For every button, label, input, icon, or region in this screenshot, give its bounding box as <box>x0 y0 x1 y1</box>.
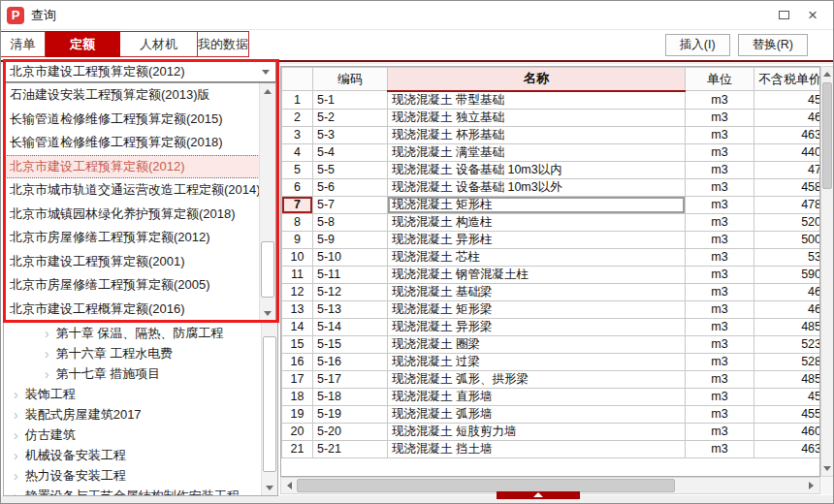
cell-unit[interactable]: m3 <box>686 196 754 213</box>
cell-price[interactable]: 500 <box>754 231 821 248</box>
scroll-down-button[interactable] <box>262 480 277 495</box>
cell-unit[interactable]: m3 <box>686 423 754 440</box>
header-unit[interactable]: 单位 <box>686 68 754 91</box>
cell-price[interactable]: 46 <box>754 283 821 300</box>
cell-rownum[interactable]: 1 <box>282 91 313 110</box>
cell-name[interactable]: 现浇混凝土 异形梁 <box>388 318 686 335</box>
table-row[interactable]: 19 5-19 现浇混凝土 弧形墙 m3 455 <box>282 405 821 423</box>
cell-rownum[interactable]: 19 <box>282 405 313 423</box>
cell-price[interactable]: 53 <box>754 248 821 266</box>
cell-unit[interactable]: m3 <box>686 143 754 161</box>
cell-unit[interactable]: m3 <box>686 318 754 335</box>
table-row[interactable]: 13 5-13 现浇混凝土 矩形梁 m3 46 <box>282 300 821 318</box>
close-button[interactable]: × <box>798 4 827 27</box>
cell-rownum[interactable]: 13 <box>282 300 313 318</box>
header-name[interactable]: 名称 <box>388 68 686 91</box>
cell-name[interactable]: 现浇混凝土 挡土墙 <box>388 440 686 457</box>
cell-name[interactable]: 现浇混凝土 弧形墙 <box>388 405 686 423</box>
cell-price[interactable]: 485 <box>754 370 821 388</box>
maximize-button[interactable] <box>769 4 798 27</box>
cell-price[interactable]: 463 <box>754 126 821 143</box>
cell-name[interactable]: 现浇混凝土 设备基础 10m3以内 <box>388 161 686 178</box>
chevron-down-icon[interactable] <box>257 64 273 79</box>
cell-price[interactable]: 528 <box>754 353 821 370</box>
scroll-down-button[interactable] <box>260 305 275 321</box>
cell-price[interactable]: 460 <box>754 423 821 440</box>
cell-code[interactable]: 5-13 <box>313 300 388 318</box>
cell-name[interactable]: 现浇混凝土 设备基础 10m3以外 <box>388 178 686 196</box>
cell-code[interactable]: 5-5 <box>313 161 388 178</box>
cell-unit[interactable]: m3 <box>686 126 754 143</box>
insert-button[interactable]: 插入(I) <box>665 34 730 56</box>
table-row[interactable]: 18 5-18 现浇混凝土 直形墙 m3 45 <box>282 388 821 405</box>
cell-price[interactable]: 45 <box>754 91 821 110</box>
tree-item[interactable]: › 装饰工程 <box>4 384 277 404</box>
cell-name[interactable]: 现浇混凝土 杯形基础 <box>388 126 686 143</box>
cell-name[interactable]: 现浇混凝土 钢管混凝土柱 <box>388 266 686 283</box>
table-row[interactable]: 5 5-5 现浇混凝土 设备基础 10m3以内 m3 47 <box>282 161 821 178</box>
cell-unit[interactable]: m3 <box>686 91 754 110</box>
cell-rownum[interactable]: 15 <box>282 335 313 353</box>
cell-code[interactable]: 5-4 <box>313 143 388 161</box>
cell-name[interactable]: 现浇混凝土 过梁 <box>388 353 686 370</box>
dropdown-scrollbar[interactable] <box>259 83 275 321</box>
cell-rownum[interactable]: 3 <box>282 126 313 143</box>
quota-option[interactable]: 北京市房屋修缮工程预算定额(2005) <box>5 273 275 298</box>
cell-name[interactable]: 现浇混凝土 满堂基础 <box>388 143 686 161</box>
cell-unit[interactable]: m3 <box>686 335 754 353</box>
cell-rownum[interactable]: 12 <box>282 283 313 300</box>
cell-rownum[interactable]: 6 <box>282 178 313 196</box>
cell-price[interactable]: 523 <box>754 335 821 353</box>
quota-option[interactable]: 北京市城镇园林绿化养护预算定额(2018) <box>5 203 275 227</box>
cell-rownum[interactable]: 10 <box>282 248 313 266</box>
tree-item[interactable]: › 静置设备与工艺金属结构制作安装工程 <box>4 486 277 496</box>
cell-unit[interactable]: m3 <box>686 300 754 318</box>
tree-item[interactable]: › 第十六章 工程水电费 <box>4 343 277 363</box>
cell-unit[interactable]: m3 <box>686 213 754 231</box>
cell-code[interactable]: 5-10 <box>313 248 388 266</box>
cell-name[interactable]: 现浇混凝土 矩形梁 <box>388 300 686 318</box>
cell-unit[interactable]: m3 <box>686 370 754 388</box>
tab-item[interactable]: 我的数据 <box>198 31 249 57</box>
cell-name[interactable]: 现浇混凝土 带型基础 <box>388 91 686 110</box>
cell-rownum[interactable]: 9 <box>282 231 313 248</box>
cell-name[interactable]: 现浇混凝土 圈梁 <box>388 335 686 353</box>
cell-name[interactable]: 现浇混凝土 短肢剪力墙 <box>388 423 686 440</box>
table-row[interactable]: 21 5-21 现浇混凝土 挡土墙 m3 463 <box>282 440 821 457</box>
cell-price[interactable]: 463 <box>754 440 821 457</box>
cell-code[interactable]: 5-9 <box>313 231 388 248</box>
cell-rownum[interactable]: 18 <box>282 388 313 405</box>
quota-option[interactable]: 北京市建设工程预算定额(2001) <box>5 250 275 274</box>
tab-item[interactable]: 清单 <box>1 31 46 57</box>
cell-code[interactable]: 5-12 <box>313 283 388 300</box>
cell-unit[interactable]: m3 <box>686 353 754 370</box>
table-row[interactable]: 16 5-16 现浇混凝土 过梁 m3 528 <box>282 353 821 370</box>
cell-rownum[interactable]: 14 <box>282 318 313 335</box>
table-row[interactable]: 15 5-15 现浇混凝土 圈梁 m3 523 <box>282 335 821 353</box>
cell-code[interactable]: 5-2 <box>313 109 388 126</box>
tree-item[interactable]: › 热力设备安装工程 <box>4 465 277 486</box>
cell-unit[interactable]: m3 <box>686 283 754 300</box>
cell-price[interactable]: 520 <box>754 213 821 231</box>
table-row[interactable]: 6 5-6 现浇混凝土 设备基础 10m3以外 m3 458 <box>282 178 821 196</box>
tree-item[interactable]: › 仿古建筑 <box>4 425 277 445</box>
table-row[interactable]: 2 5-2 现浇混凝土 独立基础 m3 46 <box>282 109 821 126</box>
cell-code[interactable]: 5-21 <box>313 440 388 457</box>
cell-price[interactable]: 45 <box>754 388 821 405</box>
cell-price[interactable]: 46 <box>754 109 821 126</box>
quota-option[interactable]: 北京市建设工程概算定额(2016) <box>5 298 275 322</box>
cell-name[interactable]: 现浇混凝土 构造柱 <box>388 213 686 231</box>
scroll-down-button[interactable] <box>821 461 833 476</box>
cell-rownum[interactable]: 5 <box>282 161 313 178</box>
cell-code[interactable]: 5-17 <box>313 370 388 388</box>
tree-item[interactable]: › 机械设备安装工程 <box>4 445 277 465</box>
cell-unit[interactable]: m3 <box>686 405 754 423</box>
quota-option[interactable]: 石油建设安装工程预算定额(2013)版 <box>5 83 275 108</box>
cell-code[interactable]: 5-14 <box>313 318 388 335</box>
tree-item[interactable]: › 第十七章 措施项目 <box>4 363 277 384</box>
table-row[interactable]: 7 5-7 现浇混凝土 矩形柱 m3 478 <box>282 196 821 213</box>
table-hscrollbar-thumb[interactable] <box>297 479 675 492</box>
cell-rownum[interactable]: 21 <box>282 440 313 457</box>
cell-code[interactable]: 5-19 <box>313 405 388 423</box>
tree-item[interactable]: › 装配式房屋建筑2017 <box>4 404 277 425</box>
